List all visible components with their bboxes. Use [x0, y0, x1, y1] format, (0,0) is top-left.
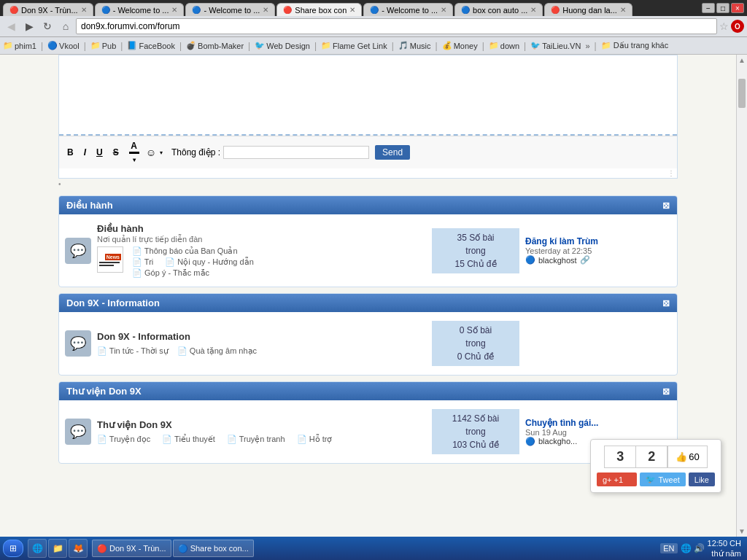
- windows-icon: ⊞: [9, 543, 17, 553]
- username-dieu-hanh[interactable]: blackghost: [538, 256, 577, 265]
- tray-icons: 🌐 🔊: [681, 543, 705, 553]
- section-expand-thuvien[interactable]: ⊠: [662, 386, 670, 397]
- underline-button[interactable]: U: [93, 146, 107, 159]
- forum-last-user-dieu-hanh: 🔵 blackghost 🔗: [525, 255, 671, 265]
- minimize-button[interactable]: −: [702, 3, 715, 13]
- resize-handle[interactable]: ⋮: [59, 168, 677, 178]
- forum-details-dieu-hanh: Điều hành Nơi quản lí trực tiếp diễn đàn…: [97, 223, 426, 278]
- editor-box[interactable]: [59, 55, 677, 136]
- social-numbers: 3 2 👍 60: [597, 446, 715, 468]
- tab-close-3[interactable]: ✕: [263, 6, 268, 14]
- back-button[interactable]: ◀: [3, 18, 19, 34]
- username-thuvien[interactable]: blackgho...: [538, 437, 577, 446]
- scrollbar[interactable]: ▲ ▼: [736, 55, 747, 537]
- bookmark-facebook[interactable]: 📘 FaceBook: [127, 41, 175, 50]
- section-title-thuvien: Thư viện Don 9X: [66, 386, 142, 397]
- color-button[interactable]: A ▾: [125, 139, 143, 166]
- bookmark-music[interactable]: 🎵 Music: [398, 41, 431, 50]
- bold-button[interactable]: B: [63, 146, 77, 159]
- tab-close-7[interactable]: ✕: [620, 6, 626, 14]
- smiley-button[interactable]: ☺: [146, 147, 156, 158]
- forum-details-thuvien: Thư viện Don 9X 📄 Truyện đọc 📄 Tiểu thuy…: [97, 419, 426, 444]
- bookmark-down[interactable]: 📁 down: [489, 41, 519, 50]
- address-bar[interactable]: [76, 18, 717, 34]
- bookmark-dautrang[interactable]: 📁 Dấu trang khác: [601, 41, 669, 50]
- forum-link-quatang[interactable]: 📄 Quà tặng âm nhạc: [177, 346, 257, 356]
- tab-close-6[interactable]: ✕: [530, 6, 536, 14]
- forum-link-hotro[interactable]: 📄 Hỗ trợ: [297, 435, 333, 444]
- system-clock: 12:50 CH thứ năm: [708, 538, 741, 559]
- forum-stats-in: trong: [441, 244, 511, 257]
- section-expand-don9x[interactable]: ⊠: [662, 298, 670, 308]
- taskbar-window-don9x[interactable]: 🔴 Don 9X - Trùn...: [92, 540, 171, 557]
- maximize-button[interactable]: □: [716, 3, 729, 13]
- smiley-dropdown[interactable]: ▾: [160, 149, 163, 156]
- browser-tab-6[interactable]: 🔵box con auto ...✕: [454, 3, 543, 16]
- taskbar-app-folder[interactable]: 📁: [48, 539, 67, 558]
- tab-close-4[interactable]: ✕: [349, 6, 355, 14]
- tab-close-2[interactable]: ✕: [171, 6, 177, 14]
- browser-tab-2[interactable]: 🔵- Welcome to ...✕: [95, 3, 185, 16]
- bookmark-phim1[interactable]: 📁 phim1: [3, 41, 36, 50]
- tab-close-1[interactable]: ✕: [81, 6, 87, 14]
- tweet-button[interactable]: 🐦 Tweet: [640, 472, 685, 486]
- section-expand-dieu-hanh[interactable]: ⊠: [662, 201, 670, 211]
- send-button[interactable]: Send: [375, 145, 410, 160]
- bookmark-pub[interactable]: 📁 Pub: [90, 41, 117, 50]
- forum-link-gopy[interactable]: 📄 Góp ý - Thắc mắc: [132, 268, 254, 278]
- forward-button[interactable]: ▶: [21, 18, 37, 34]
- forum-row-don9x: 💬 Don 9X - Information 📄 Tin tức - Thời …: [65, 318, 671, 369]
- bookmark-webdesign[interactable]: 🐦 Web Design: [255, 41, 310, 50]
- like-button[interactable]: Like: [689, 472, 715, 486]
- browser-tab-5[interactable]: 🔵- Welcome to ...✕: [363, 3, 453, 16]
- language-indicator[interactable]: EN: [660, 543, 677, 553]
- bookmark-vkool[interactable]: 🔵 Vkool: [47, 41, 80, 50]
- scrollbar-thumb[interactable]: [738, 79, 746, 108]
- strikethrough-button[interactable]: S: [109, 146, 123, 159]
- bookmark-tailieu[interactable]: 🐦 TaiLieu.VN: [530, 41, 581, 50]
- forum-link-thongbao[interactable]: News: [97, 246, 123, 273]
- bookmark-flamegetlink[interactable]: 📁 Flame Get Link: [321, 41, 387, 50]
- forum-last-title-thuvien[interactable]: Chuyện tình gái...: [525, 418, 671, 428]
- forum-last-dieu-hanh: Đăng kí làm Trùm Yesterday at 22:35 🔵 bl…: [525, 236, 671, 265]
- social-num-1: 3: [604, 446, 635, 468]
- browser-tab-3[interactable]: 🔵- Welcome to ...✕: [185, 3, 275, 16]
- forum-link-tintuc[interactable]: 📄 Tin tức - Thời sự: [97, 346, 169, 356]
- taskbar-window-label-2: Share box con...: [190, 544, 249, 553]
- bookmark-star-icon[interactable]: ☆: [719, 20, 729, 32]
- forum-links-thuvien: 📄 Truyện đọc 📄 Tiểu thuyết 📄 Truyện tran…: [97, 435, 426, 444]
- clock-time: 12:50 CH: [708, 538, 741, 548]
- forum-link-tri[interactable]: 📄 Tri: [132, 257, 153, 267]
- forum-stats-topics: 15 Chủ đề: [441, 257, 511, 271]
- forum-last-title-dieu-hanh[interactable]: Đăng kí làm Trùm: [525, 236, 671, 246]
- social-num-2: 2: [635, 446, 667, 468]
- forum-link-tieututhuyet[interactable]: 📄 Tiểu thuyết: [162, 435, 215, 444]
- taskbar-window-sharebox[interactable]: 🔵 Share box con...: [173, 540, 254, 557]
- browser-tab-1[interactable]: 🔴Don 9X - Trùn...✕: [3, 3, 93, 16]
- italic-button[interactable]: I: [80, 146, 90, 159]
- tab-close-5[interactable]: ✕: [441, 6, 446, 14]
- reload-button[interactable]: ↻: [39, 18, 55, 34]
- browser-tab-7[interactable]: 🔴Huong dan la...✕: [544, 3, 632, 16]
- more-bookmarks-button[interactable]: »: [585, 42, 589, 50]
- taskbar-app-firefox[interactable]: 🦊: [69, 539, 88, 558]
- spacer-dot: •: [0, 179, 736, 190]
- taskbar-app-ie[interactable]: 🌐: [28, 539, 47, 558]
- bookmark-bombmaker[interactable]: 💣 Bomb-Maker: [186, 41, 244, 50]
- browser-tab-4[interactable]: 🔴Share box con✕: [276, 3, 362, 16]
- message-input[interactable]: [223, 146, 369, 159]
- forum-link-truyendoc[interactable]: 📄 Truyện đọc: [97, 435, 150, 444]
- forum-link-noiquy[interactable]: 📄 Nội quy - Hướng dẫn: [165, 257, 253, 267]
- bookmark-money[interactable]: 💰 Money: [442, 41, 478, 50]
- forum-row-dieu-hanh: 💬 Điều hành Nơi quản lí trực tiếp diễn đ…: [65, 220, 671, 281]
- forum-stats-thuvien: 1142 Số bài trong 103 Chủ đề: [432, 409, 519, 454]
- nav-bar: ◀ ▶ ↻ ⌂ ☆ O: [0, 16, 747, 37]
- forum-details-don9x: Don 9X - Information 📄 Tin tức - Thời sự…: [97, 331, 426, 356]
- forum-link-truyentranh[interactable]: 📄 Truyện tranh: [227, 435, 285, 444]
- opera-icon: O: [731, 20, 744, 33]
- close-button[interactable]: ×: [731, 3, 744, 13]
- forum-link-thongbao-text[interactable]: 📄 Thông báo của Ban Quản: [132, 246, 254, 256]
- home-button[interactable]: ⌂: [58, 18, 74, 34]
- start-button[interactable]: ⊞: [3, 540, 23, 557]
- google-plus-button[interactable]: g+ +1: [597, 472, 637, 486]
